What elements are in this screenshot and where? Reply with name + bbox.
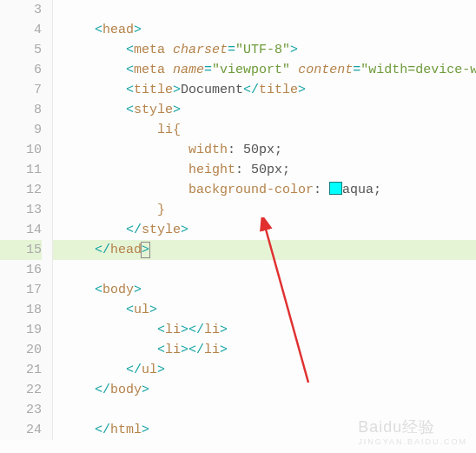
code-line <box>53 0 476 20</box>
code-line: li{ <box>53 120 476 140</box>
code-line: <li></li> <box>53 320 476 340</box>
line-number-gutter: 3456789101112131415161718192021222324 <box>0 0 53 440</box>
code-line: height: 50px; <box>53 160 476 180</box>
code-line: <title>Document</title> <box>53 80 476 100</box>
color-swatch-icon <box>329 182 342 195</box>
code-line: <li></li> <box>53 340 476 360</box>
code-line <box>53 400 476 420</box>
code-line: <body> <box>53 280 476 300</box>
code-line: <meta charset="UTF-8"> <box>53 40 476 60</box>
code-line: background-color: aqua; <box>53 180 476 200</box>
code-editor: 3456789101112131415161718192021222324 <h… <box>0 0 476 440</box>
code-line: </style> <box>53 220 476 240</box>
code-line: <head> <box>53 20 476 40</box>
code-line-active: </head> <box>53 240 476 260</box>
code-line: </html> <box>53 420 476 440</box>
code-line: } <box>53 200 476 220</box>
code-area[interactable]: <head> <meta charset="UTF-8"> <meta name… <box>53 0 476 440</box>
code-line: <meta name="viewport" content="width=dev… <box>53 60 476 80</box>
code-line: width: 50px; <box>53 140 476 160</box>
code-line: </body> <box>53 380 476 400</box>
code-line: </ul> <box>53 360 476 380</box>
code-line <box>53 260 476 280</box>
code-line: <ul> <box>53 300 476 320</box>
code-line: <style> <box>53 100 476 120</box>
